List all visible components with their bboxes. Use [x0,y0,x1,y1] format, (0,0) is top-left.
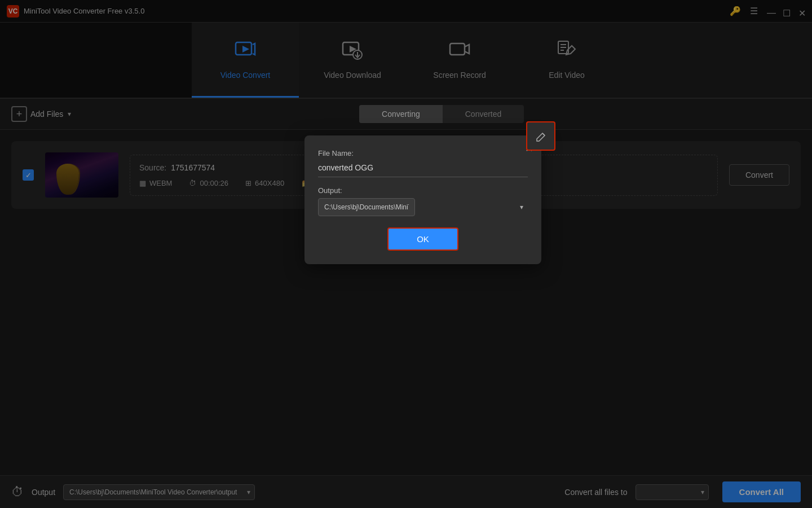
dialog-output-row [318,198,528,216]
dialog-filename-label: File Name: [318,149,528,157]
output-path-input[interactable] [318,198,415,216]
output-path-wrapper [318,198,528,216]
dialog-filename-value: converted OGG [318,161,528,177]
dialog-output-field: Output: [318,186,528,216]
dialog-ok-button[interactable]: OK [387,227,458,251]
edit-icon[interactable] [526,121,555,151]
svg-line-9 [542,133,545,135]
dialog: ✕ File Name: converted OGG Output: OK [304,135,541,264]
dialog-output-label: Output: [318,186,528,195]
dialog-filename-field: File Name: converted OGG [318,149,528,177]
